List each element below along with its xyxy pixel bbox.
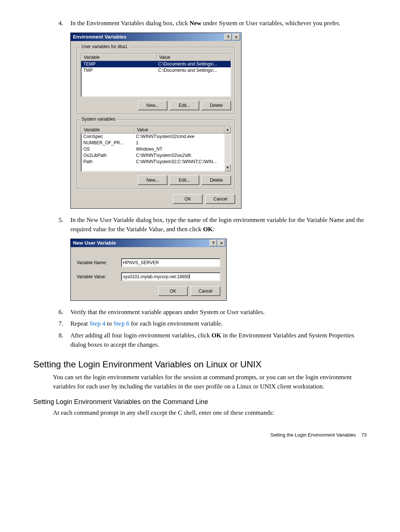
new-user-variable-figure: New User Variable ? × Variable Name: HPN… [70,239,367,301]
step-text: In the New User Variable dialog box, typ… [70,215,367,234]
variable-value-input[interactable]: sys0101.mylab.mycorp.net:18650 [121,272,220,281]
environment-variables-dialog: Environment Variables ? × User variables… [70,33,241,209]
scroll-track[interactable] [224,133,231,164]
new-button[interactable]: New... [138,175,167,185]
step-5: 5. In the New User Variable dialog box, … [59,215,367,234]
dialog-title: Environment Variables [73,34,224,40]
new-button[interactable]: New... [138,101,167,110]
variable-value-row: Variable Value: sys0101.mylab.mycorp.net… [77,272,220,281]
list-item[interactable]: TEMP C:\Documents and Settings\... [81,61,231,67]
page-number: 73 [361,432,367,438]
list-item[interactable]: OS Windows_NT [81,146,224,152]
scrollbar[interactable]: ▲ ▼ [224,126,231,171]
list-item[interactable]: TMP C:\Documents and Settings\... [81,67,231,74]
section-heading: Setting the Login Environment Variables … [33,359,367,370]
new-user-variable-dialog: New User Variable ? × Variable Name: HPN… [70,239,227,301]
step-number: 6. [59,307,70,317]
subsection-heading: Setting Login Environment Variables on t… [33,398,367,406]
user-variables-group: User variables for dba1 Variable Value T… [77,47,235,114]
system-legend: System variables [80,117,117,122]
close-icon[interactable]: × [233,34,240,40]
close-icon[interactable]: × [218,240,225,246]
delete-button[interactable]: Delete [201,101,231,110]
env-dialog-figure: Environment Variables ? × User variables… [70,33,367,209]
step-text: Repeat Step 4 to Step 6 for each login e… [70,319,367,329]
list-item[interactable]: Path C:\WINNT\system32;C:\WINNT;C:\WIN..… [81,159,224,165]
user-variables-list[interactable]: Variable Value TEMP C:\Documents and Set… [81,53,231,97]
text-cursor [189,274,190,279]
body-paragraph: You can set the login environment variab… [53,373,367,391]
variable-value-label: Variable Value: [77,274,121,279]
dialog-title: New User Variable [73,240,209,246]
step-text: Verify that the environment variable app… [70,307,367,317]
scroll-up-icon[interactable]: ▲ [224,126,231,133]
list-item[interactable]: NUMBER_OF_PR... 1 [81,140,224,146]
list-item[interactable]: ComSpec C:\WINNT\system32\cmd.exe [81,134,224,140]
scroll-down-icon[interactable]: ▼ [224,164,231,171]
variable-name-input[interactable]: HPNVS_SERVER [121,258,220,267]
ok-button[interactable]: OK [158,286,188,296]
column-variable[interactable]: Variable [81,54,157,61]
delete-button[interactable]: Delete [201,175,231,185]
step-8: 8. After adding all four login environme… [59,331,367,350]
link-step-4[interactable]: Step 4 [89,320,105,327]
step-4: 4. In the Environment Variables dialog b… [59,18,367,28]
system-variables-group: System variables Variable Value ComSpec … [77,119,235,189]
column-variable[interactable]: Variable [81,126,134,134]
edit-button[interactable]: Edit... [170,175,199,185]
cancel-button[interactable]: Cancel [191,286,220,296]
variable-name-label: Variable Name: [77,260,121,265]
column-value[interactable]: Value [134,126,224,134]
variable-name-row: Variable Name: HPNVS_SERVER [77,258,220,267]
titlebar: Environment Variables ? × [71,33,241,41]
help-icon[interactable]: ? [224,34,232,40]
step-6: 6. Verify that the environment variable … [59,307,367,317]
ok-button[interactable]: OK [173,194,203,204]
user-legend: User variables for dba1 [80,44,129,49]
edit-button[interactable]: Edit... [170,101,199,110]
link-step-6[interactable]: Step 6 [113,320,129,327]
footer-text: Setting the Login Environment Variables [270,432,356,438]
step-number: 5. [59,215,70,234]
column-value[interactable]: Value [157,54,231,61]
system-variables-list[interactable]: Variable Value ComSpec C:\WINNT\system32… [81,126,231,172]
body-paragraph: At each command prompt in any shell exce… [53,408,367,418]
step-7: 7. Repeat Step 4 to Step 6 for each logi… [59,319,367,329]
step-number: 7. [59,319,70,329]
list-header: Variable Value [81,126,224,134]
list-header: Variable Value [81,54,231,61]
step-number: 8. [59,331,70,350]
help-icon[interactable]: ? [210,240,217,246]
titlebar: New User Variable ? × [71,239,226,247]
step-text: After adding all four login environment … [70,331,367,350]
cancel-button[interactable]: Cancel [206,194,235,204]
step-number: 4. [59,18,70,28]
page-footer: Setting the Login Environment Variables … [33,432,367,438]
step-text: In the Environment Variables dialog box,… [70,18,367,28]
list-item[interactable]: Os2LibPath C:\WINNT\system32\os2\dll; [81,152,224,159]
